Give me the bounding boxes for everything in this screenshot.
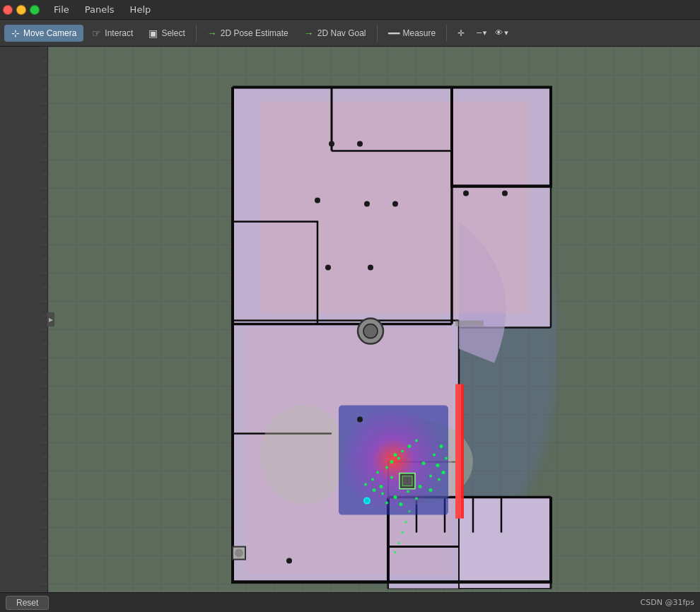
map-canvas	[190, 81, 558, 589]
svg-point-33	[415, 440, 418, 442]
svg-point-42	[429, 475, 432, 478]
svg-point-80	[363, 324, 378, 339]
svg-point-77	[357, 417, 363, 423]
dropdown-arrow-view: ▾	[504, 28, 508, 37]
pose-estimate-button[interactable]: → 2D Pose Estimate	[200, 25, 296, 42]
svg-rect-23	[339, 406, 448, 515]
interact-icon: ☞	[92, 28, 101, 39]
close-button[interactable]	[3, 5, 13, 15]
add-icon: ✛	[457, 28, 465, 38]
svg-point-48	[364, 483, 367, 486]
floorplan-svg	[190, 81, 558, 589]
svg-point-60	[398, 542, 400, 544]
left-sidebar: ▶	[0, 47, 48, 592]
svg-point-52	[438, 478, 441, 481]
svg-point-54	[415, 498, 418, 500]
reset-button[interactable]: Reset	[6, 596, 49, 610]
svg-point-67	[357, 141, 363, 147]
toolbar-separator-1	[196, 25, 197, 42]
svg-point-59	[402, 531, 404, 534]
svg-point-41	[436, 464, 440, 467]
nav-goal-button[interactable]: → 2D Nav Goal	[297, 25, 373, 42]
svg-point-38	[380, 485, 383, 488]
svg-point-47	[373, 488, 376, 492]
pose-estimate-icon: →	[207, 28, 217, 39]
svg-point-55	[399, 502, 403, 506]
menu-help[interactable]: Help	[123, 2, 158, 17]
svg-rect-6	[261, 102, 530, 314]
map-viewport[interactable]	[48, 47, 700, 592]
svg-point-40	[433, 454, 436, 457]
nav-goal-label: 2D Nav Goal	[317, 28, 366, 38]
svg-point-82	[235, 549, 243, 558]
svg-point-28	[390, 460, 394, 464]
eye-icon: 👁	[495, 28, 503, 37]
nav-goal-icon: →	[304, 28, 314, 39]
svg-point-61	[395, 551, 397, 553]
svg-point-58	[405, 521, 407, 523]
svg-point-43	[419, 485, 422, 488]
svg-point-39	[371, 478, 374, 481]
measure-label: Measure	[403, 28, 436, 38]
sidebar-collapse-arrow[interactable]: ▶	[47, 312, 54, 326]
measure-button[interactable]: ━━ Measure	[381, 25, 443, 42]
svg-point-65	[365, 499, 369, 503]
svg-point-73	[463, 191, 469, 196]
svg-point-34	[422, 461, 426, 465]
svg-point-68	[315, 198, 320, 204]
svg-point-56	[385, 502, 388, 505]
move-camera-button[interactable]: ⊹ Move Camera	[4, 25, 83, 42]
svg-rect-13	[455, 321, 484, 326]
pose-estimate-label: 2D Pose Estimate	[221, 28, 288, 38]
zoom-out-dropdown[interactable]: ─ ▾	[473, 26, 490, 40]
svg-point-45	[394, 495, 397, 499]
ruler-ticks	[42, 47, 47, 592]
select-button[interactable]: ▣ Select	[141, 25, 192, 42]
svg-point-37	[390, 476, 393, 479]
svg-point-29	[401, 450, 404, 453]
interact-label: Interact	[105, 28, 133, 38]
toolbar-separator-2	[377, 25, 378, 42]
svg-point-74	[502, 191, 508, 196]
toolbar-separator-3	[446, 25, 447, 42]
svg-point-51	[442, 471, 445, 474]
toolbar: ⊹ Move Camera ☞ Interact ▣ Select → 2D P…	[0, 20, 700, 47]
move-camera-icon: ⊹	[11, 28, 20, 39]
svg-point-72	[368, 265, 373, 271]
status-info: CSDN @31fps	[641, 598, 694, 607]
svg-point-66	[329, 141, 334, 147]
svg-point-46	[381, 493, 384, 495]
svg-point-31	[408, 445, 412, 448]
select-label: Select	[161, 28, 185, 38]
menu-file[interactable]: File	[47, 2, 76, 17]
svg-point-53	[429, 488, 433, 492]
add-button[interactable]: ✛	[450, 25, 472, 41]
select-icon: ▣	[148, 28, 158, 39]
horizontal-ruler	[48, 47, 700, 52]
svg-point-44	[407, 490, 409, 493]
svg-point-70	[392, 201, 398, 207]
dropdown-arrow-zoom: ▾	[483, 28, 487, 37]
svg-rect-25	[455, 384, 461, 519]
view-dropdown[interactable]: 👁 ▾	[491, 26, 512, 40]
svg-rect-63	[402, 476, 412, 486]
minimize-button[interactable]	[16, 5, 26, 15]
svg-point-78	[286, 558, 292, 564]
svg-point-27	[397, 457, 400, 460]
svg-point-69	[364, 201, 370, 207]
measure-icon: ━━	[388, 28, 399, 39]
maximize-button[interactable]	[30, 5, 40, 15]
window-controls	[3, 5, 40, 15]
vertical-ruler	[0, 47, 47, 592]
svg-point-26	[394, 453, 397, 457]
svg-point-49	[440, 445, 443, 448]
svg-point-50	[445, 457, 448, 460]
statusbar: Reset CSDN @31fps	[0, 592, 700, 612]
menubar: File Panels Help	[0, 0, 700, 20]
main-area: ▶	[0, 47, 700, 592]
menu-panels[interactable]: Panels	[78, 2, 122, 17]
svg-point-30	[385, 466, 388, 469]
svg-point-22	[261, 406, 346, 505]
zoom-out-icon: ─	[477, 28, 482, 37]
interact-button[interactable]: ☞ Interact	[85, 25, 140, 42]
